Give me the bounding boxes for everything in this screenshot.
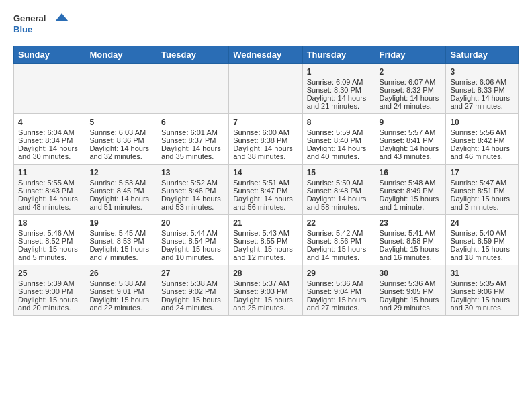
day-info: and 21 minutes.: [307, 102, 371, 110]
day-info: and 30 minutes.: [18, 152, 81, 161]
day-number: 21: [233, 218, 298, 228]
calendar-cell: 9Sunrise: 5:57 AMSunset: 8:41 PMDaylight…: [375, 114, 446, 165]
header-row: SundayMondayTuesdayWednesdayThursdayFrid…: [14, 46, 519, 64]
day-info: Sunrise: 6:06 AM: [450, 78, 514, 86]
day-info: Sunset: 8:54 PM: [161, 237, 224, 245]
calendar-cell: [14, 64, 85, 114]
day-info: Sunrise: 5:59 AM: [307, 128, 371, 136]
day-number: 14: [233, 168, 298, 177]
day-info: Sunset: 8:52 PM: [18, 237, 81, 245]
week-row-3: 18Sunrise: 5:46 AMSunset: 8:52 PMDayligh…: [14, 215, 519, 265]
header: General Blue: [13, 11, 519, 38]
day-info: Daylight: 14 hours: [89, 144, 152, 152]
calendar-cell: 4Sunrise: 6:04 AMSunset: 8:34 PMDaylight…: [14, 114, 85, 165]
logo: General Blue: [13, 11, 74, 38]
day-info: Daylight: 14 hours: [161, 144, 224, 152]
day-info: Sunrise: 5:37 AM: [233, 279, 298, 287]
day-info: Sunset: 8:41 PM: [380, 136, 442, 144]
day-info: and 3 minutes.: [450, 203, 514, 211]
day-number: 9: [380, 118, 442, 127]
day-number: 11: [18, 168, 81, 177]
day-info: Sunset: 8:59 PM: [450, 237, 514, 245]
day-info: Sunset: 8:37 PM: [161, 136, 224, 144]
day-number: 12: [89, 168, 152, 177]
day-info: Sunset: 8:46 PM: [161, 187, 224, 195]
day-info: Sunrise: 5:44 AM: [161, 229, 224, 237]
day-info: and 53 minutes.: [161, 203, 224, 211]
day-info: and 24 minutes.: [380, 102, 442, 110]
day-info: Daylight: 14 hours: [307, 195, 371, 203]
day-info: Sunrise: 6:09 AM: [307, 78, 371, 86]
day-info: and 48 minutes.: [18, 203, 81, 211]
day-number: 5: [89, 118, 152, 127]
day-info: Daylight: 15 hours: [233, 295, 298, 304]
day-info: Sunset: 8:40 PM: [307, 136, 371, 144]
day-info: and 16 minutes.: [380, 253, 442, 261]
day-number: 2: [380, 67, 442, 77]
day-number: 1: [307, 67, 371, 77]
day-info: Daylight: 14 hours: [161, 195, 224, 203]
calendar-cell: [157, 64, 229, 114]
day-header-tuesday: Tuesday: [157, 46, 229, 64]
day-info: Sunset: 9:03 PM: [233, 287, 298, 295]
day-info: Sunrise: 5:42 AM: [307, 229, 371, 237]
day-info: Sunrise: 5:38 AM: [161, 279, 224, 287]
day-number: 4: [18, 118, 81, 127]
day-info: Sunrise: 6:01 AM: [161, 128, 224, 136]
day-info: Sunset: 9:04 PM: [307, 287, 371, 295]
calendar-cell: 30Sunrise: 5:36 AMSunset: 9:05 PMDayligh…: [375, 265, 446, 316]
calendar-cell: [229, 64, 303, 114]
day-info: and 7 minutes.: [89, 253, 152, 261]
day-info: Daylight: 15 hours: [18, 295, 81, 304]
day-info: Sunrise: 5:56 AM: [450, 128, 514, 136]
day-info: and 27 minutes.: [307, 304, 371, 312]
day-info: Sunrise: 5:55 AM: [18, 179, 81, 187]
day-number: 8: [307, 118, 371, 127]
day-info: Daylight: 14 hours: [380, 94, 442, 102]
day-info: Sunrise: 5:36 AM: [307, 279, 371, 287]
day-header-monday: Monday: [85, 46, 157, 64]
calendar-cell: 8Sunrise: 5:59 AMSunset: 8:40 PMDaylight…: [302, 114, 375, 165]
day-number: 19: [89, 218, 152, 228]
calendar-cell: 15Sunrise: 5:50 AMSunset: 8:48 PMDayligh…: [302, 165, 375, 215]
day-info: and 27 minutes.: [450, 102, 514, 110]
day-info: and 29 minutes.: [380, 304, 442, 312]
svg-text:General: General: [13, 13, 46, 24]
svg-marker-1: [55, 13, 69, 21]
day-info: Sunrise: 5:48 AM: [380, 179, 442, 187]
calendar-cell: 12Sunrise: 5:53 AMSunset: 8:45 PMDayligh…: [85, 165, 157, 215]
day-number: 23: [380, 218, 442, 228]
calendar-cell: 19Sunrise: 5:45 AMSunset: 8:53 PMDayligh…: [85, 215, 157, 265]
day-info: Sunrise: 5:40 AM: [450, 229, 514, 237]
day-info: Sunset: 8:30 PM: [307, 86, 371, 94]
day-number: 7: [233, 118, 298, 127]
calendar-cell: 5Sunrise: 6:03 AMSunset: 8:36 PMDaylight…: [85, 114, 157, 165]
day-info: and 46 minutes.: [450, 152, 514, 161]
day-header-wednesday: Wednesday: [229, 46, 303, 64]
calendar-cell: 21Sunrise: 5:43 AMSunset: 8:55 PMDayligh…: [229, 215, 303, 265]
calendar-cell: 16Sunrise: 5:48 AMSunset: 8:49 PMDayligh…: [375, 165, 446, 215]
calendar-cell: 1Sunrise: 6:09 AMSunset: 8:30 PMDaylight…: [302, 64, 375, 114]
day-info: Sunset: 9:05 PM: [380, 287, 442, 295]
day-info: and 30 minutes.: [450, 304, 514, 312]
day-info: and 38 minutes.: [233, 152, 298, 161]
day-info: and 51 minutes.: [89, 203, 152, 211]
day-number: 10: [450, 118, 514, 127]
day-info: Daylight: 14 hours: [450, 144, 514, 152]
day-number: 22: [307, 218, 371, 228]
day-info: Sunrise: 5:35 AM: [450, 279, 514, 287]
day-number: 20: [161, 218, 224, 228]
day-info: Daylight: 15 hours: [161, 245, 224, 253]
day-info: Sunset: 9:00 PM: [18, 287, 81, 295]
day-number: 26: [89, 269, 152, 278]
day-info: Sunset: 8:42 PM: [450, 136, 514, 144]
calendar-cell: 27Sunrise: 5:38 AMSunset: 9:02 PMDayligh…: [157, 265, 229, 316]
day-info: Daylight: 14 hours: [450, 94, 514, 102]
day-number: 13: [161, 168, 224, 177]
day-info: Daylight: 14 hours: [233, 144, 298, 152]
calendar-cell: 14Sunrise: 5:51 AMSunset: 8:47 PMDayligh…: [229, 165, 303, 215]
day-info: and 25 minutes.: [233, 304, 298, 312]
day-info: Sunset: 9:06 PM: [450, 287, 514, 295]
day-info: Sunset: 8:33 PM: [450, 86, 514, 94]
day-info: Sunrise: 6:04 AM: [18, 128, 81, 136]
